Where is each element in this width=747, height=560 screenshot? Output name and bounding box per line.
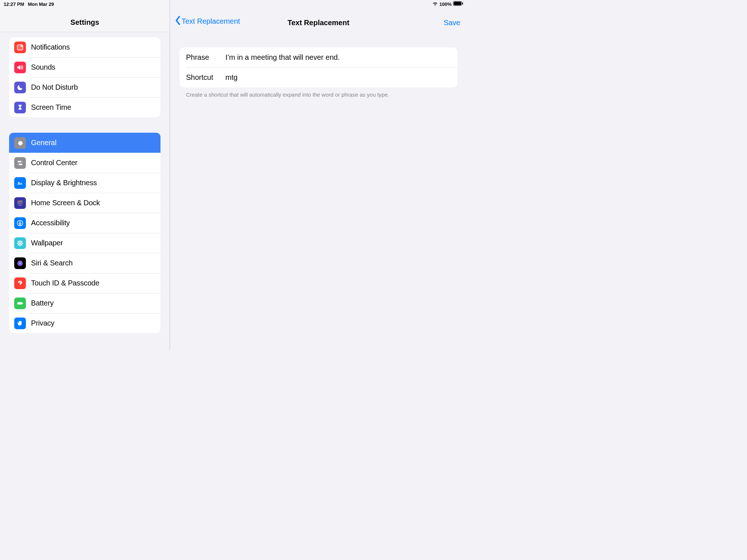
svg-point-24 xyxy=(17,242,19,244)
status-bar: 12:27 PM Mon Mar 29 100% xyxy=(0,0,467,7)
sidebar-item-touch-id-passcode[interactable]: Touch ID & Passcode xyxy=(9,273,160,293)
svg-rect-1 xyxy=(454,2,461,5)
svg-point-5 xyxy=(21,45,23,47)
sidebar-item-battery[interactable]: Battery xyxy=(9,293,160,313)
svg-rect-32 xyxy=(23,303,23,304)
person-icon xyxy=(14,217,26,229)
shortcut-row[interactable]: Shortcut xyxy=(179,67,457,88)
svg-point-25 xyxy=(21,242,23,244)
sidebar: Settings NotificationsSoundsDo Not Distu… xyxy=(0,0,170,350)
sidebar-item-label: Control Center xyxy=(31,159,77,167)
sidebar-item-siri-search[interactable]: Siri & Search xyxy=(9,253,160,273)
battery-icon xyxy=(453,1,463,7)
sidebar-item-general[interactable]: General xyxy=(9,133,160,153)
battery-percent: 100% xyxy=(440,1,452,7)
sidebar-item-label: Notifications xyxy=(31,43,70,51)
sidebar-item-screen-time[interactable]: Screen Time xyxy=(9,97,160,117)
chevron-left-icon xyxy=(174,16,181,27)
dnd-icon xyxy=(14,82,26,93)
sidebar-item-label: Do Not Disturb xyxy=(31,83,78,92)
toggles-icon xyxy=(14,157,26,169)
gear-icon xyxy=(14,137,26,149)
flower-icon xyxy=(14,237,26,249)
svg-point-9 xyxy=(18,164,19,165)
sidebar-item-label: Display & Brightness xyxy=(31,179,97,187)
sidebar-group: GeneralControl CenterAADisplay & Brightn… xyxy=(9,133,160,333)
back-button[interactable]: Text Replacement xyxy=(174,16,240,27)
detail-pane: Text Replacement Text Replacement Save P… xyxy=(170,0,467,350)
wifi-icon xyxy=(432,1,438,7)
notifications-icon xyxy=(14,42,26,53)
sidebar-item-do-not-disturb[interactable]: Do Not Disturb xyxy=(9,77,160,97)
svg-rect-2 xyxy=(462,3,463,5)
battery-icon xyxy=(14,298,26,309)
shortcut-input[interactable] xyxy=(225,73,457,82)
phrase-input[interactable] xyxy=(225,53,457,62)
text-replacement-form: Phrase Shortcut xyxy=(179,47,457,88)
page-title: Text Replacement xyxy=(287,19,349,27)
sidebar-item-label: Privacy xyxy=(31,319,54,327)
svg-point-29 xyxy=(20,244,23,246)
detail-content[interactable]: Phrase Shortcut Create a shortcut that w… xyxy=(170,32,467,350)
sidebar-item-accessibility[interactable]: Accessibility xyxy=(9,213,160,233)
phrase-label: Phrase xyxy=(186,53,225,62)
sidebar-list[interactable]: NotificationsSoundsDo Not DisturbScreen … xyxy=(0,32,170,350)
sidebar-item-label: Touch ID & Passcode xyxy=(31,279,99,287)
svg-rect-16 xyxy=(19,202,20,203)
save-button[interactable]: Save xyxy=(444,19,460,27)
sidebar-item-home-screen-dock[interactable]: Home Screen & Dock xyxy=(9,193,160,213)
hand-icon xyxy=(14,318,26,329)
svg-point-26 xyxy=(18,240,20,242)
svg-point-23 xyxy=(19,244,20,246)
svg-rect-18 xyxy=(18,205,22,206)
fingerprint-icon xyxy=(14,277,26,289)
status-time: 12:27 PM xyxy=(4,1,24,7)
svg-point-30 xyxy=(18,260,23,266)
sidebar-item-label: Home Screen & Dock xyxy=(31,199,100,207)
svg-rect-31 xyxy=(18,302,22,304)
sidebar-item-label: Accessibility xyxy=(31,219,70,227)
svg-point-28 xyxy=(18,244,20,246)
sidebar-item-label: Wallpaper xyxy=(31,239,63,247)
back-label: Text Replacement xyxy=(182,17,240,26)
svg-rect-15 xyxy=(18,202,19,203)
form-footer: Create a shortcut that will automaticall… xyxy=(179,88,457,98)
aa-icon: AA xyxy=(14,177,26,189)
sounds-icon xyxy=(14,62,26,73)
svg-rect-17 xyxy=(21,202,22,203)
sidebar-group: NotificationsSoundsDo Not DisturbScreen … xyxy=(9,37,160,117)
svg-point-7 xyxy=(21,161,22,162)
svg-text:A: A xyxy=(20,182,22,186)
sidebar-title: Settings xyxy=(70,18,99,27)
sidebar-item-label: General xyxy=(31,139,57,147)
sidebar-item-notifications[interactable]: Notifications xyxy=(9,37,160,57)
sidebar-item-privacy[interactable]: Privacy xyxy=(9,313,160,333)
status-date: Mon Mar 29 xyxy=(28,1,54,7)
shortcut-label: Shortcut xyxy=(186,73,225,82)
svg-point-27 xyxy=(20,240,23,242)
grid-icon xyxy=(14,197,26,209)
phrase-row[interactable]: Phrase xyxy=(179,47,457,67)
svg-point-21 xyxy=(19,242,21,244)
svg-rect-12 xyxy=(18,201,19,202)
sidebar-item-label: Screen Time xyxy=(31,103,71,112)
sidebar-item-control-center[interactable]: Control Center xyxy=(9,153,160,173)
sidebar-item-label: Siri & Search xyxy=(31,259,73,267)
svg-rect-13 xyxy=(19,201,20,202)
sidebar-item-label: Sounds xyxy=(31,63,55,71)
svg-rect-14 xyxy=(21,201,22,202)
sidebar-item-wallpaper[interactable]: Wallpaper xyxy=(9,233,160,253)
siri-icon xyxy=(14,257,26,269)
hourglass-icon xyxy=(14,102,26,113)
sidebar-item-sounds[interactable]: Sounds xyxy=(9,57,160,77)
sidebar-item-label: Battery xyxy=(31,299,54,307)
svg-point-22 xyxy=(19,240,20,242)
sidebar-item-display-brightness[interactable]: AADisplay & Brightness xyxy=(9,173,160,193)
